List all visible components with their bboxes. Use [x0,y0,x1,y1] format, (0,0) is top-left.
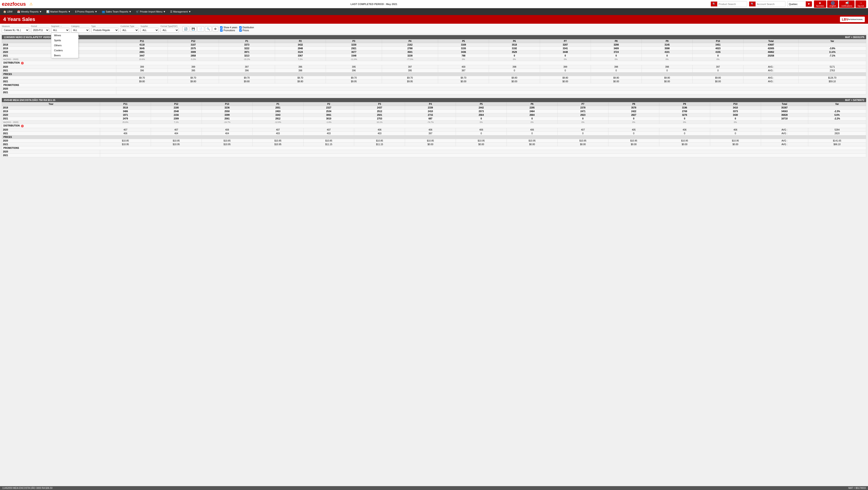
distribution-checkbox[interactable] [239,26,242,29]
col-p12: P12 [168,39,219,43]
search-group: 🔍 🔍 ▼ [711,1,812,7]
supplier-filter: Supplier ALL [141,25,159,33]
notifications-btn[interactable]: 📢 notifications [839,0,855,8]
table-row: 2020 407 407 408 407 407 406 406 406 406… [2,128,866,132]
distribution-label: Distribution [243,26,254,29]
segment-option-wines[interactable]: Wines [51,33,78,38]
region-input[interactable] [787,2,806,6]
product-search-btn[interactable]: 🔍 [711,2,717,6]
distribution-info-icon: i [21,62,24,65]
nav-market-reports[interactable]: 📊 Market Reports ▼ [44,8,73,15]
nav-management[interactable]: ☰ Management ▼ [168,8,193,15]
display-checkboxes: Show 4 years Promotions [220,26,238,32]
table-row: 2020 $10.85 $10.85 $10.85 $10.85 $10.85 … [2,139,866,143]
logout-btn[interactable]: → log out [856,0,866,8]
nav-weekly-reports[interactable]: 📅 Weekly Reports ▼ [15,8,44,15]
supplier-label: Supplier [141,25,159,27]
top-actions: ★ favorites 🌐 english 📢 notifications → … [814,0,866,8]
product-block-1: 11905809 NERO D'AVOLA/PETIT VERDOT NARI … [2,35,866,94]
home-icon: 🏠 [3,10,6,13]
segment-option-others[interactable]: Others [51,43,78,48]
pdf-btn[interactable]: 📄 [197,26,204,32]
table-row: 2021 $10.95 $10.95 $10.95 $10.95 $11.15 … [2,143,866,146]
product-mat-1: MAT = $5331375 [845,36,865,38]
nav-private-import[interactable]: 🛒 Private Import Menu ▼ [134,8,168,15]
product-table-2: Year P11 P12 P13 P1 P2 P3 P4 P5 P6 P7 P8… [2,102,866,157]
page-title-bar: 4 Years Sales LBVINTERNATIONAL [0,15,868,24]
segment-option-beers[interactable]: Beers [51,53,78,58]
period-label: Period [31,25,49,27]
period-filter: Period 2020-P11 [31,25,49,33]
table-row: 2021 2479 2309 2561 2912 3010 2753 687 0… [2,117,866,121]
category-filter: Category ALL [71,25,89,33]
product-header-1: 11905809 NERO D'AVOLA/PETIT VERDOT NARI … [2,35,866,39]
favorites-btn[interactable]: ★ favorites [814,0,826,8]
table-row: 2021 [2,91,866,94]
table-row: 2021 406 404 404 403 403 403 397 0 0 0 0… [2,132,866,135]
product-name-2: 250548 MEIA ENCOSTA DÃO 750 RA $11.15 [4,99,55,101]
chart-icon: 📊 [46,10,50,13]
segment-option-coolers[interactable]: Coolers [51,48,78,53]
promotions-row: Promotions [220,29,238,32]
notifications-icon: 📢 [845,1,849,5]
settings-btn[interactable]: ⚙ [213,26,218,32]
table-row: 2019 3486 2548 2550 2453 2534 2512 2410 … [2,110,866,113]
table-row: 2021 $9.80 $9.80 $9.80 $9.80 $9.95 $9.95… [2,80,866,84]
english-label: english [830,5,836,7]
display-checkboxes-2: Distribution Prices [239,26,254,32]
account-search-input[interactable] [755,2,785,6]
table-row: 2020 [2,87,866,91]
col-p2: P2 [275,39,326,43]
nav-sales-team-reports[interactable]: 👥 Sales Team Reports ▼ [99,8,134,15]
col-p6: P6 [489,39,540,43]
account-search-box: 🔍 [749,1,785,7]
format-type-select[interactable]: ALL [160,28,179,33]
cart-icon: 🛒 [136,10,139,13]
supplier-select[interactable]: ALL [141,28,159,33]
warning-icon: ⚠ [29,2,33,6]
distribution-info-icon-2: i [21,125,24,127]
table-row: 2020 399 399 397 396 395 397 400 398 399… [2,65,866,69]
region-select: ▼ [787,1,812,7]
col-total: Total [743,39,799,43]
type-select[interactable]: Produits Régulie [91,28,119,33]
promotions-section-header: PROMOTIONS [2,84,866,87]
nav-promo-reports[interactable]: $ Promo Reports ▼ [73,8,99,15]
segment-option-spirits[interactable]: Spirits [51,38,78,43]
distribution-section-header-2: DISTRIBUTION i [2,124,866,128]
col-p4: P4 [382,39,438,43]
segment-select[interactable]: ALL [51,28,69,33]
col-p8: P8 [591,39,642,43]
product-mat-2: MAT = $4790072 [845,99,865,101]
segment-dropdown: Wines Spirits Others Coolers Beers [51,33,79,58]
english-btn[interactable]: 🌐 english [827,0,838,8]
table-row: 2020 1971 2156 3399 3343 3061 2501 2715 … [2,113,866,117]
promotions-label: Promotions [223,29,235,32]
promotions-checkbox[interactable] [220,29,223,32]
var-row-2: Var(2021 - 2020) 25.8% 7.1% -24.7% -12.9… [2,121,866,124]
refresh-btn[interactable]: 🔄 [182,26,189,32]
col-p7: P7 [540,39,591,43]
format-type-label: Format Type(PDF) [160,25,179,27]
show-four-years-checkbox[interactable] [220,26,223,29]
col-p3: P3 [326,39,382,43]
filter-btn[interactable]: 🔍 [205,26,212,32]
region-dropdown-btn[interactable]: ▼ [806,1,812,7]
account-search-btn[interactable]: 🔍 [749,2,755,6]
measure-select[interactable]: Caisses 9L / 9L ( [2,28,29,33]
show-four-years-label: Show 4 years [223,26,238,29]
category-label: Category [71,25,89,27]
product-search-input[interactable] [717,2,747,6]
table-header-row-2: Year P11 P12 P13 P1 P2 P3 P4 P5 P6 P7 P8… [2,102,866,106]
nav-lbw[interactable]: 🏠 LBW [1,8,15,15]
category-select[interactable]: ALL [71,28,89,33]
period-select[interactable]: 2020-P11 [31,28,49,33]
product-table-1: Year P11 P12 P1 P2 P3 P4 P5 P6 P7 P8 P9 … [2,39,866,94]
product-block-2: 250548 MEIA ENCOSTA DÃO 750 RA $11.15 MA… [2,98,866,157]
customer-type-select[interactable]: ALL [120,28,139,33]
export-btn[interactable]: 💾 [190,26,196,32]
prices-checkbox[interactable] [239,29,242,32]
table-header-row-1: Year P11 P12 P1 P2 P3 P4 P5 P6 P7 P8 P9 … [2,39,866,43]
product-search-box: 🔍 [711,1,747,7]
table-row: 2019 3645 2575 3222 2948 2921 2788 3155 … [2,47,866,51]
